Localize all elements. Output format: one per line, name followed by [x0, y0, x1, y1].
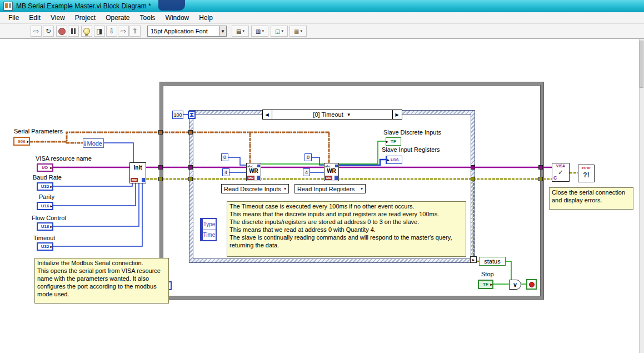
modbus-read-input-registers-node[interactable]: abc WR MB	[324, 163, 339, 181]
visa-resource-name-label: VISA resource name	[36, 155, 92, 162]
parity-label: Parity	[39, 193, 54, 200]
discrete-inputs-wire[interactable]	[261, 141, 386, 164]
case-tunnel-error-out[interactable]	[471, 177, 475, 181]
flow-control-wire[interactable]	[53, 183, 139, 226]
selector-arrow-icon: ▾	[361, 186, 363, 191]
read2-address-constant[interactable]: 0	[304, 153, 312, 161]
serial-parameters-label: Serial Parameters	[14, 128, 63, 135]
read1-address-wire[interactable]	[228, 157, 246, 165]
mode-constant[interactable]: Mode	[83, 138, 104, 148]
wr-node-chip-icon	[335, 165, 338, 167]
baud-rate-label: Baud Rate	[33, 174, 62, 181]
case-tunnel-error-in[interactable]	[188, 177, 193, 181]
slave-input-registers-label: Slave Input Registers	[382, 146, 440, 153]
slave-discrete-inputs-terminal[interactable]: ▸TF	[386, 137, 401, 146]
selector-arrow-icon: ▾	[284, 186, 286, 191]
loop-tunnel-error-in[interactable]	[158, 177, 163, 181]
visa-resource-name-terminal[interactable]: I/O▸	[37, 163, 53, 172]
read2-quantity-constant[interactable]: 4	[303, 168, 310, 176]
stop-label: Stop	[481, 271, 494, 277]
slave-discrete-inputs-label: Slave Discrete Inputs	[383, 129, 441, 136]
loop-tunnel-cluster[interactable]	[158, 130, 163, 135]
wr-node-chip-icon	[257, 165, 260, 167]
baud-rate-terminal[interactable]: U32▸	[37, 182, 53, 191]
timeout-label: Timeout	[33, 235, 55, 241]
wr2-chip	[335, 176, 338, 180]
read-discrete-inputs-selector[interactable]: Read Discrete Inputs ▾	[221, 184, 289, 193]
case-tunnel-visa-in[interactable]	[188, 165, 193, 170]
loop-tunnel-visa-out[interactable]	[538, 165, 543, 170]
case-tunnel-cluster[interactable]	[188, 130, 193, 135]
timeout-wire[interactable]	[53, 183, 142, 246]
error-handler-glyph: ?!	[578, 171, 594, 180]
read1-quantity-constant[interactable]: 4	[222, 168, 229, 176]
timeout-ms-constant[interactable]: 100	[172, 111, 183, 119]
mode-wire[interactable]	[104, 143, 133, 162]
modbus-init-node[interactable]: Init MB	[129, 162, 146, 183]
timeout-case-comment: The Timeout case is executed every 100ms…	[227, 201, 466, 257]
serial-parameters-terminal[interactable]: 906▸	[13, 137, 30, 146]
simple-error-handler-node[interactable]: error ?!	[578, 165, 595, 182]
serial-parameters-wire[interactable]	[30, 132, 329, 142]
status-indicator[interactable]: status	[479, 257, 506, 266]
timeout-terminal[interactable]: U32▸	[37, 242, 53, 251]
init-node-chip	[142, 178, 145, 182]
flow-control-label: Flow Control	[32, 215, 66, 221]
error-status-branch-wire[interactable]	[473, 179, 479, 261]
case-tunnel-visa-out[interactable]	[471, 165, 475, 170]
stop-terminal[interactable]: TF▸	[478, 280, 493, 289]
slave-input-registers-terminal[interactable]: ▸U16	[386, 156, 402, 164]
event-timeout-terminal-icon[interactable]	[188, 111, 196, 119]
loop-condition-terminal[interactable]	[526, 279, 537, 290]
or-function[interactable]: ∨	[509, 280, 521, 290]
loop-tunnel-visa-in[interactable]	[158, 165, 163, 170]
flow-control-terminal[interactable]: U16▸	[37, 222, 53, 231]
read1-address-constant[interactable]: 0	[221, 153, 228, 161]
init-comment: Initialize the Modbus Serial connection.…	[34, 258, 169, 304]
status-tunnel-arrow-icon[interactable]: ▸	[470, 256, 477, 263]
read-input-registers-selector[interactable]: Read Input Registers ▾	[294, 184, 366, 193]
status-to-or-wire[interactable]	[506, 261, 511, 280]
ring-constant-icon	[84, 141, 86, 146]
serial-parameters-mode-branch-wire[interactable]	[67, 142, 83, 143]
parity-wire[interactable]	[53, 183, 136, 206]
modbus-read-discrete-inputs-node[interactable]: abc WR MB	[246, 163, 261, 181]
labview-window: { "window": { "title": "MB Serial Exampl…	[0, 0, 644, 353]
close-comment: Close the serial connection and display …	[549, 187, 633, 210]
loop-tunnel-error-out[interactable]	[538, 177, 543, 181]
stop-if-true-icon	[529, 282, 535, 287]
parity-terminal[interactable]: U16▸	[37, 202, 53, 210]
visa-close-node[interactable]: VISA ✓ C	[552, 163, 570, 182]
event-data-node[interactable]: Type Time	[200, 218, 217, 241]
baud-rate-wire[interactable]	[53, 183, 132, 186]
wr1-chip	[257, 176, 260, 180]
